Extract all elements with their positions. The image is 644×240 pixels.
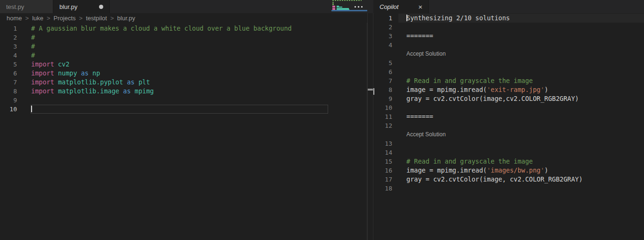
code-line[interactable]: 9gray = cv2.cvtColor(image,cv2.COLOR_RGB…	[373, 94, 644, 103]
current-line-border	[31, 105, 328, 114]
line-number: 15	[373, 157, 392, 166]
code-text: #	[31, 33, 35, 42]
text-cursor	[31, 106, 32, 112]
code-text: =======	[406, 112, 433, 121]
code-text: gray = cv2.cvtColor(image,cv2.COLOR_RGB2…	[406, 94, 579, 103]
code-line[interactable]: 17gray = cv2.cvtColor(image, cv2.COLOR_R…	[373, 175, 644, 184]
editor-group-sash[interactable]	[367, 0, 373, 240]
code-lens-row[interactable]: Accept Solution	[373, 50, 644, 58]
tab-blur-py[interactable]: blur.py	[53, 0, 110, 13]
line-number: 3	[0, 42, 17, 51]
breadcrumb: home>luke>Projects>testpilot>blur.py	[0, 13, 367, 23]
line-number: 4	[0, 51, 17, 60]
code-text: image = mpimg.imread('exit-ramp.jpg')	[406, 85, 548, 94]
accept-solution-link[interactable]: Accept Solution	[406, 50, 446, 58]
code-text: import numpy as np	[31, 69, 100, 78]
chevron-right-icon: >	[79, 15, 83, 22]
breadcrumb-item[interactable]: Projects	[54, 15, 76, 22]
tab-label: blur.py	[59, 3, 77, 10]
code-line[interactable]: 10	[0, 105, 367, 114]
tab-label: test.py	[6, 3, 24, 10]
minimap-comment-line	[332, 0, 362, 1]
line-number: 2	[0, 33, 17, 42]
code-line[interactable]: 15# Read in and grayscale the image	[373, 157, 644, 166]
breadcrumb-item[interactable]: blur.py	[117, 15, 135, 22]
tab-label: Copilot	[380, 3, 398, 10]
code-text: import matplotlib.pyplot as plt	[31, 78, 150, 87]
tab-copilot[interactable]: Copilot ×	[373, 0, 429, 13]
code-line[interactable]: 14	[373, 148, 644, 157]
code-line[interactable]: 6	[373, 67, 644, 76]
code-line[interactable]: 16image = mpimg.imread('images/bw.png')	[373, 166, 644, 175]
breadcrumb-item[interactable]: luke	[32, 15, 43, 22]
code-line[interactable]: 3#	[0, 42, 367, 51]
copilot-suggestions-editor[interactable]: 1Synthesizing 2/10 solutions23=======4Ac…	[373, 13, 644, 240]
editor-window: test.py blur.py home>luke>Projects>testp…	[0, 0, 644, 240]
code-line[interactable]: 2#	[0, 33, 367, 42]
code-line[interactable]: 1Synthesizing 2/10 solutions	[373, 14, 644, 23]
line-number: 13	[373, 139, 392, 148]
line-number: 8	[0, 87, 17, 96]
code-line[interactable]: 7# Read in and grayscale the image	[373, 76, 644, 85]
line-number: 5	[373, 58, 392, 67]
line-number: 16	[373, 166, 392, 175]
code-line[interactable]: 8import matplotlib.image as mpimg	[0, 87, 367, 96]
editor-group-right: Copilot × 1Synthesizing 2/10 solutions23…	[373, 0, 644, 240]
code-line[interactable]: 18	[373, 184, 644, 193]
code-lens-row[interactable]: Accept Solution	[373, 130, 644, 139]
breadcrumb-item[interactable]: testpilot	[86, 15, 107, 22]
code-line[interactable]: 1# A gaussian blur makes a cloud a white…	[0, 24, 367, 33]
line-number: 5	[0, 60, 17, 69]
code-editor-blur-py[interactable]: 1# A gaussian blur makes a cloud a white…	[0, 23, 367, 240]
chevron-right-icon: >	[47, 15, 50, 22]
line-number: 3	[373, 32, 392, 41]
line-number: 18	[373, 184, 392, 193]
tab-test-py[interactable]: test.py	[0, 0, 53, 13]
line-number: 1	[0, 24, 17, 33]
code-line[interactable]: 7import matplotlib.pyplot as plt	[0, 78, 367, 87]
code-line[interactable]: 12	[373, 121, 644, 130]
code-line[interactable]: 4#	[0, 51, 367, 60]
close-icon[interactable]: ×	[418, 3, 422, 10]
line-number: 7	[0, 78, 17, 87]
code-text: gray = cv2.cvtColor(image, cv2.COLOR_RGB…	[406, 175, 583, 184]
code-line[interactable]: 3=======	[373, 32, 644, 41]
accept-solution-link[interactable]: Accept Solution	[406, 130, 446, 139]
code-text: Synthesizing 2/10 solutions	[406, 14, 510, 23]
line-number: 4	[373, 41, 392, 50]
line-number: 11	[373, 112, 392, 121]
line-number: 9	[373, 94, 392, 103]
line-number: 2	[373, 23, 392, 32]
line-number: 10	[0, 105, 17, 114]
code-line[interactable]: 8image = mpimg.imread('exit-ramp.jpg')	[373, 85, 644, 94]
sash-left-line	[367, 13, 368, 240]
code-text: import matplotlib.image as mpimg	[31, 87, 154, 96]
code-text: # Read in and grayscale the image	[406, 76, 533, 85]
editor-group-left: test.py blur.py home>luke>Projects>testp…	[0, 0, 367, 240]
code-text: =======	[406, 32, 433, 41]
dirty-indicator-icon[interactable]	[99, 5, 103, 9]
tabbar-left: test.py blur.py	[0, 0, 367, 13]
code-line[interactable]: 5	[373, 58, 644, 67]
tabbar-right: Copilot ×	[373, 0, 644, 13]
code-line[interactable]: 10	[373, 103, 644, 112]
code-text: import cv2	[31, 60, 69, 69]
code-line[interactable]: 2	[373, 23, 644, 32]
minimap[interactable]	[331, 0, 367, 12]
code-text: #	[31, 42, 35, 51]
line-number: 8	[373, 85, 392, 94]
line-number: 7	[373, 76, 392, 85]
code-line[interactable]: 4	[373, 41, 644, 50]
code-line[interactable]: 5import cv2	[0, 60, 367, 69]
breadcrumb-item[interactable]: home	[7, 15, 22, 22]
minimap-slider[interactable]	[331, 10, 367, 11]
code-text: #	[31, 51, 35, 60]
line-number: 17	[373, 175, 392, 184]
line-number: 14	[373, 148, 392, 157]
chevron-right-icon: >	[110, 15, 114, 22]
code-line[interactable]: 6import numpy as np	[0, 69, 367, 78]
code-line[interactable]: 11=======	[373, 112, 644, 121]
code-line[interactable]: 9	[0, 96, 367, 105]
line-number: 10	[373, 103, 392, 112]
code-line[interactable]: 13	[373, 139, 644, 148]
